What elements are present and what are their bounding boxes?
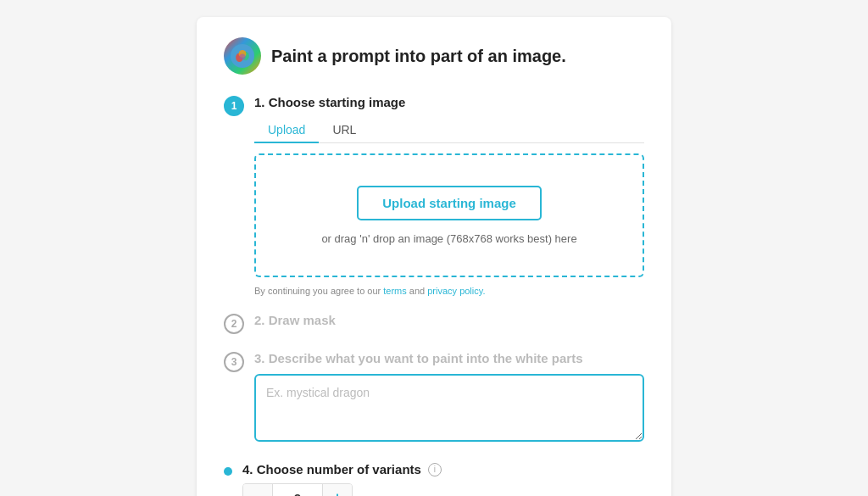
stepper-row: − + [242, 483, 644, 496]
step-3-indicator: 3 [224, 352, 244, 372]
stepper-container: − + [242, 483, 353, 496]
step-2: 2 2. Draw mask [224, 313, 644, 334]
stepper-decrease-button[interactable]: − [243, 484, 272, 496]
step-2-content: 2. Draw mask [254, 313, 644, 327]
step-1-content: 1. Choose starting image Upload URL Uplo… [254, 95, 644, 296]
tab-upload[interactable]: Upload [254, 118, 319, 143]
svg-point-4 [240, 53, 246, 59]
step-1-indicator: 1 [224, 96, 244, 116]
upload-zone[interactable]: Upload starting image or drag 'n' drop a… [254, 153, 644, 277]
step-4-dot [224, 467, 232, 476]
step-1-label: 1. Choose starting image [254, 95, 644, 109]
step-4: 4. Choose number of variants i − + [224, 462, 644, 496]
variants-row: 4. Choose number of variants i [242, 462, 644, 476]
step-3-content: 3. Describe what you want to paint into … [254, 351, 644, 445]
step-4-label: 4. Choose number of variants [242, 462, 421, 476]
upload-hint: or drag 'n' drop an image (768x768 works… [321, 232, 576, 245]
stepper-increase-button[interactable]: + [323, 484, 352, 496]
tab-url[interactable]: URL [319, 118, 370, 143]
step-1: 1 1. Choose starting image Upload URL Up… [224, 95, 644, 296]
page-header: Paint a prompt into part of an image. [224, 37, 644, 75]
step-2-label: 2. Draw mask [254, 313, 644, 327]
upload-button[interactable]: Upload starting image [357, 186, 542, 220]
stepper-value-input[interactable] [272, 484, 323, 496]
step-3-label: 3. Describe what you want to paint into … [254, 351, 644, 365]
privacy-link[interactable]: privacy policy. [427, 286, 485, 296]
step-2-indicator: 2 [224, 314, 244, 334]
describe-textarea[interactable] [254, 374, 644, 442]
terms-text: By continuing you agree to our terms and… [254, 286, 644, 296]
tab-bar: Upload URL [254, 118, 644, 143]
page-title: Paint a prompt into part of an image. [271, 47, 566, 66]
terms-link[interactable]: terms [383, 286, 407, 296]
info-icon[interactable]: i [428, 463, 442, 476]
step-4-content: 4. Choose number of variants i − + [242, 462, 644, 496]
logo-avatar [224, 37, 261, 75]
main-container: Paint a prompt into part of an image. 1 … [197, 17, 671, 496]
step-3: 3 3. Describe what you want to paint int… [224, 351, 644, 445]
